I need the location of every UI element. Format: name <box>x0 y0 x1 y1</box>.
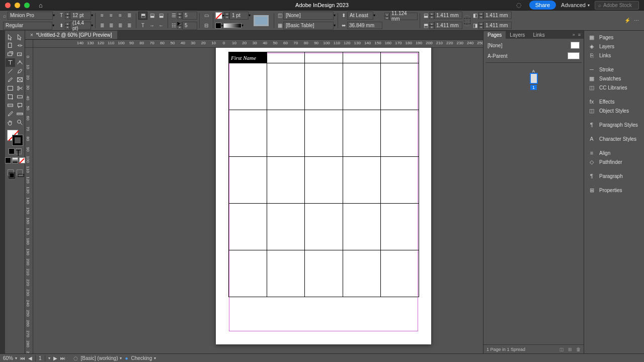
hand-tool[interactable] <box>6 118 15 127</box>
stroke-weight-field[interactable]: 1 pt <box>229 12 249 20</box>
table-cell[interactable] <box>305 110 343 157</box>
color-profile[interactable]: [Basic] (working)▾ <box>81 355 122 361</box>
table-cell[interactable] <box>229 110 267 157</box>
page-tool[interactable] <box>6 41 15 50</box>
panel-menu-button[interactable]: ⋯ <box>632 17 641 25</box>
rail-swatches[interactable]: ▦Swatches <box>584 74 644 83</box>
stroke-none-swatch[interactable] <box>215 12 222 19</box>
justify-all-button[interactable]: ≣ <box>125 22 134 30</box>
row-height-mode[interactable]: At Least <box>347 12 373 20</box>
font-size-stepper[interactable]: ▴▾ <box>65 12 70 19</box>
rail-properties[interactable]: ⊞Properties <box>584 186 644 195</box>
minimize-window-button[interactable] <box>15 3 20 8</box>
valign-middle-button[interactable]: ⬓ <box>147 12 156 20</box>
collapse-panel-icon[interactable]: » <box>573 32 575 37</box>
rail-paragraph-styles[interactable]: ¶Paragraph Styles <box>584 120 644 129</box>
col-width-field[interactable]: 36.849 mm <box>347 22 382 29</box>
page-thumb-1[interactable]: A <box>530 73 538 84</box>
document-tab[interactable]: × *Untitled-2 @ 60% [GPU Preview] <box>25 31 117 39</box>
page-number-field[interactable]: 1 <box>35 355 45 361</box>
horizontal-ruler[interactable]: 1401301201101009080706050403020100102030… <box>33 40 483 48</box>
apply-gradient[interactable] <box>12 157 18 163</box>
panel-menu-icon[interactable]: ≡ <box>578 32 581 37</box>
justify-center-button[interactable]: ≣ <box>107 22 116 30</box>
table-cell[interactable] <box>381 110 419 157</box>
share-button[interactable]: Share <box>529 1 556 10</box>
rail-align[interactable]: ≡Align <box>584 148 644 157</box>
font-style-field[interactable]: Regular <box>3 22 52 30</box>
table-cell[interactable] <box>267 250 305 297</box>
table-cell[interactable] <box>267 63 305 110</box>
table-cell[interactable] <box>343 157 381 204</box>
rectangle-tool[interactable] <box>6 84 15 93</box>
pencil-tool[interactable] <box>6 75 15 84</box>
inset-top-stepper[interactable]: ▴▾ <box>429 12 434 19</box>
master-parent-row[interactable]: A-Parent <box>486 51 582 60</box>
content-collector-tool[interactable] <box>6 50 15 58</box>
write-ltr-button[interactable]: → <box>147 22 156 30</box>
rail-pages[interactable]: ▦Pages <box>584 33 644 42</box>
document-table[interactable]: First Name <box>228 52 419 297</box>
quick-apply-button[interactable]: ⚡ <box>623 17 632 25</box>
border-proxy[interactable] <box>254 15 269 26</box>
row-height-field[interactable]: 11.124 mm <box>389 13 418 20</box>
table-cell[interactable] <box>305 157 343 204</box>
align-center-button[interactable]: ≡ <box>107 12 116 20</box>
table-cell[interactable] <box>343 110 381 157</box>
unmerge-cells-button[interactable]: ⊟ <box>202 22 211 30</box>
prev-page-button[interactable]: ◀ <box>28 355 32 361</box>
panel-tab-links[interactable]: Links <box>529 31 548 39</box>
gap-tool[interactable] <box>15 41 25 50</box>
next-page-button[interactable]: ▶ <box>53 355 57 361</box>
measure-tool[interactable] <box>15 110 25 118</box>
zoom-level[interactable]: 60%▾ <box>3 355 17 361</box>
leading-field[interactable]: (14.4 pt) <box>70 22 91 30</box>
rotate-text-button[interactable]: T <box>138 22 147 30</box>
first-page-button[interactable]: ⏮ <box>20 355 25 361</box>
pen-tool[interactable] <box>15 67 25 75</box>
rail-character-styles[interactable]: ACharacter Styles <box>584 134 644 143</box>
preflight-menu[interactable]: Checking▾ <box>131 355 156 361</box>
table-cell[interactable] <box>381 250 419 297</box>
rail-pathfinder[interactable]: ◇Pathfinder <box>584 157 644 166</box>
cols-field[interactable]: 5 <box>182 22 197 30</box>
inset-right-stepper[interactable]: ▴▾ <box>478 22 484 29</box>
inset-right-field[interactable]: 1.411 mm <box>484 22 512 29</box>
type-tool[interactable] <box>6 58 15 67</box>
normal-view-button[interactable]: ▣ <box>8 169 14 175</box>
gradient-swatch-tool[interactable] <box>15 93 25 101</box>
rows-field[interactable]: 5 <box>182 12 197 20</box>
row-height-stepper[interactable]: ▴▾ <box>384 13 389 20</box>
table-cell[interactable] <box>305 250 343 297</box>
home-button[interactable]: ⌂ <box>39 2 43 9</box>
type-path-tool[interactable] <box>15 58 25 67</box>
rail-cc-libraries[interactable]: ◫CC Libraries <box>584 83 644 92</box>
table-cell[interactable] <box>381 63 419 110</box>
align-right-button[interactable]: ≡ <box>116 12 125 20</box>
table-cell[interactable] <box>343 204 381 250</box>
inset-left-field[interactable]: 1.411 mm <box>484 12 512 19</box>
valign-top-button[interactable]: ⬒ <box>138 12 147 20</box>
master-none-row[interactable]: [None] <box>486 41 582 50</box>
link-insets-icon[interactable]: ⬚ <box>464 15 469 26</box>
canvas[interactable]: First Name <box>33 48 483 353</box>
table-cell[interactable] <box>381 157 419 204</box>
table-cell[interactable] <box>343 250 381 297</box>
close-window-button[interactable] <box>5 3 11 8</box>
table-cell[interactable] <box>381 204 419 250</box>
table-cell[interactable] <box>267 157 305 204</box>
justify-left-button[interactable]: ≣ <box>98 22 107 30</box>
table-cell[interactable] <box>343 63 381 110</box>
table-cell[interactable] <box>305 204 343 250</box>
help-bulb-icon[interactable]: ◌ <box>513 1 524 10</box>
line-tool[interactable] <box>6 67 15 75</box>
rail-layers[interactable]: ◈Layers <box>584 42 644 51</box>
align-left-button[interactable]: ≡ <box>98 12 107 20</box>
rail-links[interactable]: ⎘Links <box>584 51 644 60</box>
table-cell[interactable] <box>267 110 305 157</box>
maximize-window-button[interactable] <box>24 3 30 8</box>
inset-left-stepper[interactable]: ▴▾ <box>478 12 484 19</box>
content-placer-tool[interactable] <box>15 50 25 58</box>
table-style-field[interactable]: [Basic Table] <box>283 22 334 30</box>
edit-page-size-icon[interactable]: ◫ <box>559 347 564 352</box>
